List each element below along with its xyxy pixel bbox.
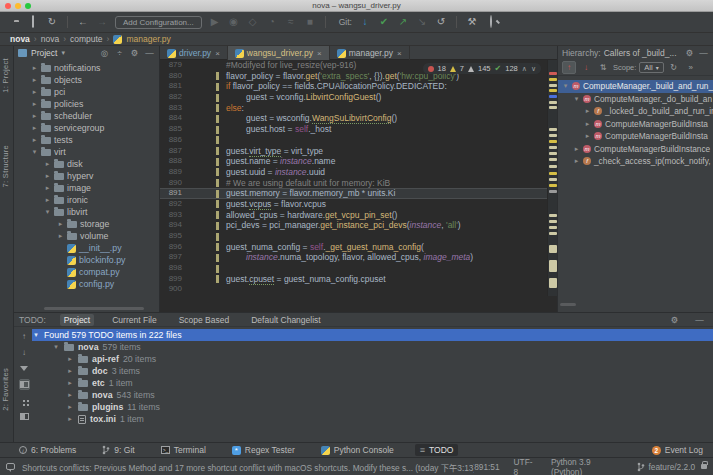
stripe-mark[interactable] [549,172,557,175]
chevron-down-icon[interactable]: ▾ [61,49,65,57]
stripe-mark[interactable] [549,72,557,75]
stripe-mark[interactable] [549,220,557,223]
tree-chevron-icon[interactable]: ▸ [66,403,74,411]
sync-icon[interactable]: ↻ [46,16,58,28]
tree-chevron-icon[interactable]: ▸ [584,120,591,128]
project-horizontal-scrollbar[interactable] [44,307,144,310]
stripe-mark[interactable] [549,226,557,229]
refresh-icon[interactable]: ↻ [667,61,681,74]
breadcrumb-item[interactable]: nova [10,34,30,44]
project-tree-item[interactable]: ▸objects [14,74,159,86]
project-tree-item[interactable]: ▸servicegroup [14,122,159,134]
hierarchy-tree-item[interactable]: ▸f_locked_do_build_and_run_ir [558,105,713,118]
project-panel-title[interactable]: Project [31,48,57,58]
python-interpreter[interactable]: Python 3.9 (Python) [551,457,624,475]
wrench-icon[interactable]: ⚒ [466,16,478,28]
project-tree-item[interactable]: blockinfo.py [14,254,159,266]
stripe-mark[interactable] [549,134,557,137]
tab-current-file[interactable]: Current File [108,314,160,326]
tree-chevron-icon[interactable]: ▸ [44,184,51,192]
stripe-mark[interactable] [549,158,557,161]
hide-panel-icon[interactable]: — [698,48,709,58]
stripe-mark[interactable] [549,190,557,193]
tree-chevron-icon[interactable]: ▸ [31,88,38,96]
todo-tree-item[interactable]: ▸api-ref20 items [32,353,713,365]
editor-tab[interactable]: manager.py× [330,46,410,60]
breadcrumb-item[interactable]: nova [41,34,59,44]
tree-chevron-icon[interactable]: ▸ [66,367,74,375]
breadcrumb-item[interactable]: compute [70,34,103,44]
event-log-button[interactable]: 2Event Log [652,445,703,455]
code-line[interactable]: 884guest = wsconfig.WangSuLibvirtConfig(… [160,113,557,124]
git-update-icon[interactable]: ↓ [359,16,371,28]
hierarchy-tree-item[interactable]: ▾mComputeManager._build_and_run_ [558,80,713,93]
previous-todo-icon[interactable]: ↑ [19,331,30,342]
todo-tree-item[interactable]: ▸nova543 items [32,389,713,401]
hide-panel-icon[interactable]: — [144,48,155,58]
hierarchy-tree-item[interactable]: ▾mComputeManager._do_build_an [558,93,713,106]
stripe-mark[interactable] [549,146,557,149]
tool-button-project[interactable]: 1: Project [1,58,10,93]
hierarchy-tree-item[interactable]: ▸mComputeManagerBuildInstance [558,143,713,156]
project-tree-item[interactable]: config.py [14,278,159,290]
code-line[interactable]: 890# We are using default unit for memor… [160,178,557,189]
code-line[interactable]: 892guest.vcpus = flavor.vcpus [160,199,557,210]
code-line[interactable]: 885guest.host = self._host [160,124,557,135]
caret-position[interactable]: 891:51 [474,462,499,472]
project-tree-item[interactable]: ▸disk [14,158,159,170]
project-tree-item[interactable]: __init__.py [14,242,159,254]
tree-chevron-icon[interactable]: ▸ [66,391,74,399]
todo-tree-item[interactable]: ▸plugins11 items [32,401,713,413]
hierarchy-tree-item[interactable]: ▸mComputeManagerBuildInsta [558,130,713,143]
tree-chevron-icon[interactable]: ▾ [31,148,38,156]
stop-icon[interactable]: ■ [304,16,316,28]
hierarchy-horizontal-scrollbar[interactable] [560,303,576,306]
tree-chevron-icon[interactable]: ▸ [57,232,64,240]
profiler-icon[interactable]: ◔ [266,16,278,28]
project-tree-item[interactable]: ▸image [14,182,159,194]
search-icon[interactable] [485,16,497,28]
todo-tree-item[interactable]: ▸doc3 items [32,365,713,377]
close-tab-icon[interactable]: × [397,49,402,58]
project-tree-item[interactable]: ▸tests [14,134,159,146]
tree-chevron-icon[interactable]: ▸ [31,76,38,84]
back-icon[interactable]: ← [77,16,89,28]
tab-project[interactable]: Project [60,314,94,326]
project-tree-item[interactable]: ▸policies [14,98,159,110]
prev-problem-icon[interactable]: ∧ [522,65,527,73]
tree-chevron-icon[interactable]: ▾ [44,208,51,216]
git-push-icon[interactable]: ↗ [397,16,409,28]
gear-icon[interactable]: ⚙ [669,315,680,325]
project-tree-item[interactable]: ▸volume [14,230,159,242]
tool-button-favorites[interactable]: 2: Favorites [1,368,10,411]
close-tab-icon[interactable]: × [317,49,322,58]
tool-window-button-git[interactable]: 9: Git [97,444,139,456]
concurrency-icon[interactable]: ≈ [285,16,297,28]
stripe-mark[interactable] [549,95,557,98]
tree-chevron-icon[interactable]: ▸ [573,145,580,153]
stripe-mark[interactable] [549,152,557,155]
code-line[interactable]: 898 [160,263,557,274]
coverage-icon[interactable]: ◇ [247,16,259,28]
code-line[interactable]: 889guest.uuid = instance.uuid [160,167,557,178]
breadcrumb-item[interactable]: manager.py [126,34,170,44]
code-line[interactable]: 883else: [160,103,557,114]
tree-chevron-icon[interactable]: ▸ [31,112,38,120]
project-tree-item[interactable]: ▸notifications [14,62,159,74]
more-icon[interactable]: » [684,61,698,74]
project-tree-item[interactable]: ▸ironic [14,194,159,206]
tree-chevron-icon[interactable]: ▸ [44,196,51,204]
preview-source-icon[interactable] [19,379,30,390]
tree-chevron-icon[interactable]: ▸ [573,157,580,165]
stripe-mark[interactable] [549,165,557,168]
tree-chevron-icon[interactable]: ▸ [31,64,38,72]
code-line[interactable]: 888guest.name = instance.name [160,156,557,167]
code-line[interactable]: 896guest_numa_config = self._get_guest_n… [160,242,557,253]
tree-chevron-icon[interactable]: ▸ [66,415,74,423]
project-tree-item[interactable]: ▸scheduler [14,110,159,122]
sort-alphabetically-icon[interactable]: ⇅ [596,61,610,74]
hide-panel-icon[interactable]: — [694,315,705,325]
gear-icon[interactable]: ⚙ [684,48,695,58]
project-tree-item[interactable]: ▸pci [14,86,159,98]
tool-window-button-todo[interactable]: ≡TODO [415,444,459,456]
